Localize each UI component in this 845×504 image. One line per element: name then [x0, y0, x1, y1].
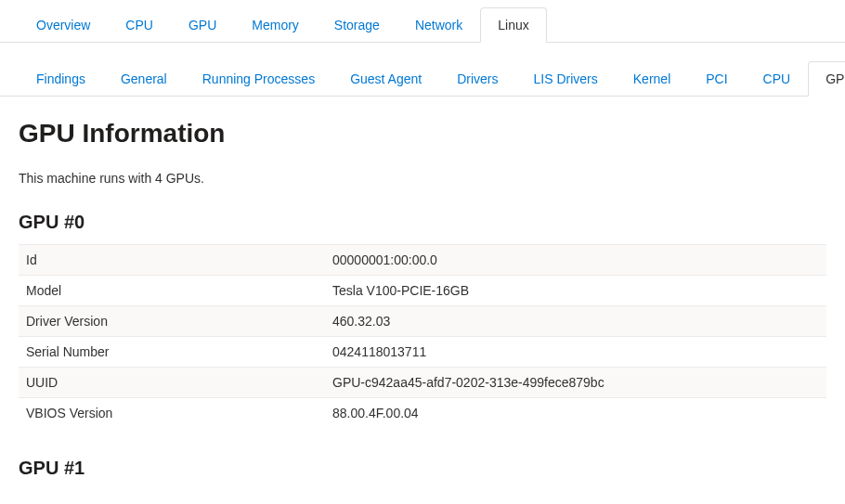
table-key: VBIOS Version — [19, 398, 325, 429]
table-row: Id00000001:00:00.0 — [19, 245, 826, 276]
secondary-tab-drivers[interactable]: Drivers — [439, 61, 515, 96]
gpu-section-heading: GPU #1 — [19, 458, 826, 479]
content-area: GPU Information This machine runs with 4… — [0, 97, 845, 504]
table-key: Driver Version — [19, 306, 325, 337]
table-key: Serial Number — [19, 337, 325, 368]
table-value: Tesla V100-PCIE-16GB — [325, 276, 826, 306]
table-value: GPU-c942aa45-afd7-0202-313e-499fece879bc — [325, 368, 826, 398]
primary-tab-linux[interactable]: Linux — [480, 7, 546, 43]
secondary-tab-pci[interactable]: PCI — [688, 61, 745, 96]
table-value: 0424118013711 — [325, 337, 826, 368]
secondary-tab-findings[interactable]: Findings — [19, 61, 103, 96]
secondary-tab-guest-agent[interactable]: Guest Agent — [332, 61, 439, 96]
page-description: This machine runs with 4 GPUs. — [19, 171, 826, 186]
secondary-tab-general[interactable]: General — [103, 61, 185, 96]
primary-tab-gpu[interactable]: GPU — [171, 7, 234, 42]
table-row: UUIDGPU-c942aa45-afd7-0202-313e-499fece8… — [19, 368, 826, 398]
table-value: 88.00.4F.00.04 — [325, 398, 826, 429]
secondary-tab-gpu[interactable]: GPU — [808, 61, 845, 97]
primary-tab-row: OverviewCPUGPUMemoryStorageNetworkLinux — [0, 0, 845, 43]
primary-tab-network[interactable]: Network — [397, 7, 480, 42]
secondary-tab-lis-drivers[interactable]: LIS Drivers — [516, 61, 616, 96]
primary-tab-memory[interactable]: Memory — [234, 7, 317, 42]
page-title: GPU Information — [19, 119, 826, 149]
table-key: Id — [19, 245, 325, 276]
table-value: 460.32.03 — [325, 306, 826, 337]
gpu-info-table: Id00000001:00:00.0ModelTesla V100-PCIE-1… — [19, 244, 826, 428]
table-row: Serial Number0424118013711 — [19, 337, 826, 368]
table-value: 00000001:00:00.0 — [325, 245, 826, 276]
primary-tab-storage[interactable]: Storage — [317, 7, 397, 42]
gpu-section-heading: GPU #0 — [19, 212, 826, 233]
table-row: Driver Version460.32.03 — [19, 306, 826, 337]
secondary-tab-kernel[interactable]: Kernel — [616, 61, 688, 96]
secondary-tab-cpu[interactable]: CPU — [746, 61, 809, 96]
table-row: VBIOS Version88.00.4F.00.04 — [19, 398, 826, 429]
primary-tab-cpu[interactable]: CPU — [108, 7, 171, 42]
primary-tab-overview[interactable]: Overview — [19, 7, 108, 42]
table-key: UUID — [19, 368, 325, 398]
table-key: Model — [19, 276, 325, 306]
secondary-tab-running-processes[interactable]: Running Processes — [185, 61, 332, 96]
secondary-tab-row: FindingsGeneralRunning ProcessesGuest Ag… — [0, 54, 845, 97]
table-row: ModelTesla V100-PCIE-16GB — [19, 276, 826, 306]
